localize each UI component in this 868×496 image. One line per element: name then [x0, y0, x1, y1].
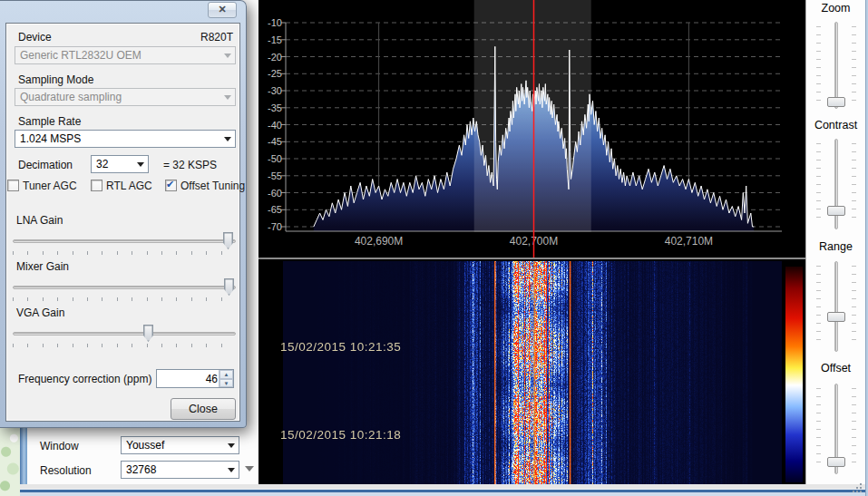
- resolution-value: 32768: [126, 463, 220, 476]
- window-left-border: [20, 428, 27, 484]
- svg-text:-55: -55: [268, 170, 282, 181]
- display-area: -10-15-20-25-30-35-40-45-50-55-60-65-704…: [258, 0, 805, 484]
- svg-text:-40: -40: [268, 120, 282, 131]
- zoom-label: Zoom: [806, 2, 865, 15]
- rtl-agc-label: RTL AGC: [106, 180, 152, 192]
- resolution-combo[interactable]: 32768: [121, 461, 239, 479]
- close-button[interactable]: Close: [171, 398, 236, 420]
- svg-text:-30: -30: [268, 85, 282, 96]
- device-label: Device: [18, 31, 52, 44]
- lna-gain-label: LNA Gain: [16, 214, 63, 227]
- svg-text:-10: -10: [268, 17, 282, 28]
- freq-correction-label: Frequency correction (ppm): [18, 373, 151, 385]
- freq-correction-value: 46: [206, 373, 218, 385]
- offset-slider-thumb[interactable]: [827, 457, 845, 467]
- checkbox-icon[interactable]: [7, 180, 19, 191]
- mixer-gain-label: Mixer Gain: [16, 260, 69, 273]
- svg-text:-65: -65: [268, 204, 282, 215]
- contrast-slider-thumb[interactable]: [827, 206, 845, 216]
- chevron-down-icon: [224, 53, 231, 58]
- svg-text:-60: -60: [268, 188, 282, 199]
- spectrum-plot[interactable]: -10-15-20-25-30-35-40-45-50-55-60-65-704…: [258, 0, 805, 258]
- sample-rate-combo[interactable]: 1.024 MSPS: [15, 130, 236, 148]
- zoom-slider[interactable]: [811, 22, 862, 109]
- vga-gain-ticks: [13, 344, 236, 347]
- sampling-mode-value: Quadrature sampling: [20, 91, 217, 103]
- vga-gain-slider-thumb[interactable]: [143, 325, 153, 342]
- close-icon[interactable]: ✕: [208, 2, 237, 18]
- mixer-gain-slider[interactable]: [11, 278, 238, 297]
- chevron-down-icon: [224, 95, 231, 100]
- sampling-mode-combo: Quadrature sampling: [15, 88, 236, 106]
- waterfall-intensity-legend: [785, 267, 803, 482]
- device-combo: Generic RTL2832U OEM: [15, 46, 236, 64]
- svg-text:-50: -50: [268, 153, 282, 164]
- range-slider-thumb[interactable]: [827, 312, 845, 322]
- svg-text:-45: -45: [268, 136, 282, 147]
- contrast-slider[interactable]: [811, 139, 862, 229]
- window-function-value: Youssef: [126, 439, 220, 452]
- device-type-badge: R820T: [200, 31, 233, 44]
- zoom-slider-thumb[interactable]: [827, 97, 845, 107]
- chevron-down-icon: [137, 162, 144, 167]
- range-slider[interactable]: [811, 261, 862, 352]
- window-function-label: Window: [40, 440, 79, 452]
- spectrum-waterfall-splitter[interactable]: [258, 258, 805, 259]
- display-controls-panel: Zoom Contrast Range Offset: [805, 0, 865, 484]
- decimation-value: 32: [96, 158, 130, 170]
- checkbox-icon[interactable]: [91, 180, 102, 191]
- freq-correction-stepper[interactable]: 46 ▲ ▼: [156, 369, 234, 388]
- svg-text:-15: -15: [268, 34, 282, 45]
- fft-settings-panel: Window Youssef Resolution 32768: [27, 428, 258, 484]
- lna-gain-slider[interactable]: [11, 232, 238, 250]
- window-bottom-border: [20, 484, 868, 496]
- offset-tuning-label: Offset Tuning: [180, 180, 245, 192]
- offset-label: Offset: [806, 362, 865, 374]
- range-label: Range: [806, 240, 865, 253]
- svg-text:-35: -35: [268, 102, 282, 113]
- waterfall-timestamp: 15/02/2015 10:21:18: [280, 428, 401, 442]
- chevron-down-icon: [228, 443, 235, 448]
- vga-gain-slider[interactable]: [11, 325, 238, 343]
- sampling-mode-label: Sampling Mode: [18, 73, 93, 86]
- stepper-up-icon[interactable]: ▲: [219, 370, 233, 379]
- panel-collapse-icon[interactable]: [245, 466, 254, 472]
- chevron-down-icon: [228, 468, 235, 472]
- checkbox-icon[interactable]: [165, 180, 177, 191]
- svg-text:-25: -25: [268, 68, 282, 79]
- tuner-agc-label: Tuner AGC: [23, 180, 77, 192]
- svg-text:-20: -20: [268, 52, 282, 63]
- mixer-gain-ticks: [13, 297, 236, 301]
- decimation-label: Decimation: [18, 159, 73, 171]
- lna-gain-slider-thumb[interactable]: [223, 232, 233, 249]
- sample-rate-label: Sample Rate: [18, 115, 81, 128]
- contrast-label: Contrast: [806, 119, 865, 131]
- decimation-result-label: = 32 KSPS: [163, 159, 217, 171]
- svg-text:402,690M: 402,690M: [355, 235, 403, 248]
- resolution-label: Resolution: [40, 464, 92, 477]
- svg-text:-70: -70: [268, 221, 282, 232]
- rtl-sdr-controller-dialog: ✕ Device R820T Generic RTL2832U OEM Samp…: [0, 0, 247, 428]
- waterfall-timestamp: 15/02/2015 10:21:35: [280, 340, 401, 354]
- mixer-gain-slider-thumb[interactable]: [224, 278, 234, 296]
- stepper-down-icon[interactable]: ▼: [219, 379, 233, 388]
- offset-slider[interactable]: [811, 384, 862, 474]
- waterfall-plot[interactable]: [283, 261, 782, 484]
- sample-rate-value: 1.024 MSPS: [20, 132, 217, 145]
- resize-grip[interactable]: [852, 482, 863, 493]
- decimation-combo[interactable]: 32: [91, 155, 149, 173]
- background-map-window: [0, 428, 20, 496]
- device-combo-value: Generic RTL2832U OEM: [20, 49, 217, 62]
- window-function-combo[interactable]: Youssef: [121, 436, 239, 454]
- sdrsharp-screen: Window Youssef Resolution 32768 -10-15-2…: [0, 0, 868, 496]
- lna-gain-ticks: [13, 251, 236, 255]
- chevron-down-icon: [224, 137, 231, 141]
- svg-text:402,710M: 402,710M: [665, 235, 713, 248]
- vga-gain-label: VGA Gain: [16, 306, 64, 319]
